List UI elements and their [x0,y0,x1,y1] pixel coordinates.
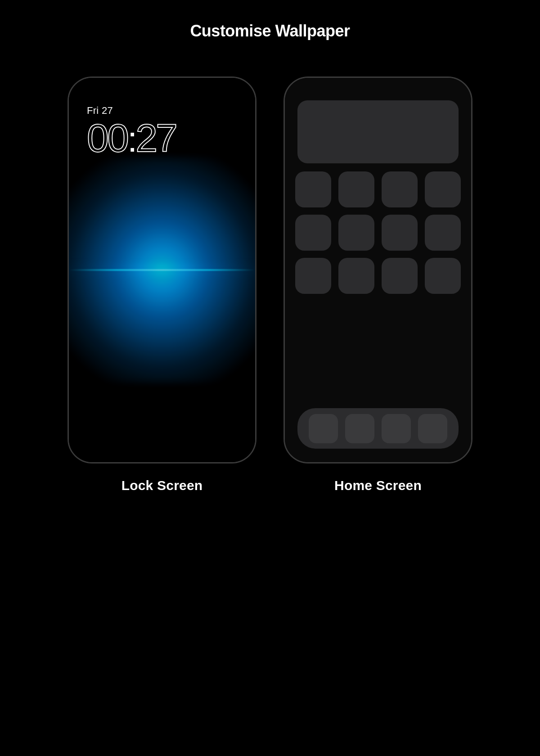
home-screen-frame[interactable] [284,76,472,464]
app-icon[interactable] [338,258,374,294]
app-icon[interactable] [382,258,418,294]
lock-screen-inner: Fri 27 00:27 [69,78,255,462]
lock-clock-area: Fri 27 00:27 [87,105,176,158]
app-row-1 [297,171,459,207]
dock-icon[interactable] [382,414,411,443]
dock-icon[interactable] [309,414,338,443]
app-icon[interactable] [295,258,331,294]
app-icon[interactable] [425,258,461,294]
home-widget [297,100,459,163]
wallpaper-orb-top [69,157,255,274]
lock-minute: 27 [135,118,176,158]
app-icon[interactable] [295,215,331,251]
app-icon[interactable] [382,215,418,251]
lock-screen-wrapper: Fri 27 00:27 Lock Screen [68,76,256,493]
lock-hour: 00 [87,118,127,158]
app-row-2 [297,215,459,251]
lock-screen-frame[interactable]: Fri 27 00:27 [68,76,256,464]
app-icon[interactable] [338,171,374,207]
dock-icon[interactable] [418,414,447,443]
home-screen-inner [285,78,471,462]
home-dock [297,408,459,449]
lock-screen-label: Lock Screen [122,478,203,493]
app-icon[interactable] [425,171,461,207]
app-icon[interactable] [382,171,418,207]
wallpaper-orb-bottom [69,266,255,383]
screens-container: Fri 27 00:27 Lock Screen [68,76,472,756]
home-screen-wrapper: Home Screen [284,76,472,493]
app-icon[interactable] [338,215,374,251]
page-title: Customise Wallpaper [190,22,350,40]
app-grid [297,171,459,400]
lock-date: Fri 27 [87,105,176,117]
lock-colon: : [127,122,135,158]
wallpaper-glow-line [69,270,255,271]
lock-time: 00:27 [87,118,176,158]
app-icon[interactable] [295,171,331,207]
app-icon[interactable] [425,215,461,251]
app-row-3 [297,258,459,294]
home-screen-label: Home Screen [334,478,422,493]
dock-icon[interactable] [345,414,374,443]
